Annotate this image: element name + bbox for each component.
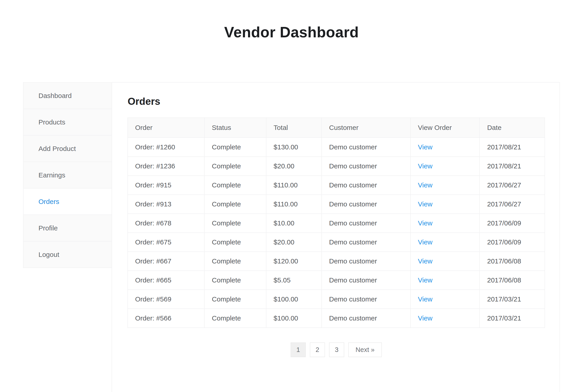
pagination-page-1[interactable]: 1: [290, 342, 306, 357]
total-cell: $20.00: [266, 156, 322, 176]
date-cell: 2017/06/09: [480, 214, 545, 233]
view-order-link[interactable]: View: [418, 314, 432, 322]
view-order-link[interactable]: View: [418, 200, 432, 208]
sidebar-item-earnings[interactable]: Earnings: [23, 162, 112, 188]
status-cell: Complete: [204, 214, 266, 233]
customer-cell: Demo customer: [322, 252, 410, 271]
pagination-next-button[interactable]: Next »: [348, 342, 382, 357]
status-cell: Complete: [204, 176, 266, 195]
order-cell: Order: #665: [128, 271, 204, 290]
view-order-link[interactable]: View: [418, 295, 432, 303]
view-order-cell: View: [410, 233, 480, 252]
column-header-total: Total: [266, 118, 322, 138]
sidebar-item-label: Dashboard: [38, 92, 72, 100]
view-order-cell: View: [410, 195, 480, 214]
view-order-link[interactable]: View: [418, 181, 432, 189]
total-cell: $130.00: [266, 138, 322, 156]
page-title: Vendor Dashboard: [0, 24, 583, 41]
column-header-customer: Customer: [322, 118, 410, 138]
customer-cell: Demo customer: [322, 309, 410, 328]
table-row: Order: #913Complete$110.00Demo customerV…: [128, 195, 545, 214]
view-order-link[interactable]: View: [418, 238, 432, 246]
total-cell: $100.00: [266, 309, 322, 328]
sidebar-item-label: Orders: [38, 198, 59, 206]
date-cell: 2017/06/27: [480, 195, 545, 214]
column-header-date: Date: [480, 118, 545, 138]
total-cell: $100.00: [266, 290, 322, 309]
view-order-link[interactable]: View: [418, 276, 432, 284]
date-cell: 2017/03/21: [480, 309, 545, 328]
orders-panel: Orders OrderStatusTotalCustomerView Orde…: [128, 96, 545, 357]
order-cell: Order: #675: [128, 233, 204, 252]
sidebar-item-orders[interactable]: Orders: [23, 188, 112, 215]
status-cell: Complete: [204, 271, 266, 290]
table-row: Order: #675Complete$20.00Demo customerVi…: [128, 233, 545, 252]
view-order-cell: View: [410, 176, 480, 195]
order-cell: Order: #1236: [128, 156, 204, 176]
sidebar-item-logout[interactable]: Logout: [23, 242, 112, 268]
view-order-link[interactable]: View: [418, 162, 432, 170]
order-cell: Order: #667: [128, 252, 204, 271]
view-order-cell: View: [410, 271, 480, 290]
pagination-page-3[interactable]: 3: [329, 342, 344, 357]
view-order-link[interactable]: View: [418, 257, 432, 265]
view-order-cell: View: [410, 309, 480, 328]
sidebar-item-profile[interactable]: Profile: [23, 215, 112, 242]
orders-heading: Orders: [128, 96, 545, 107]
table-row: Order: #915Complete$110.00Demo customerV…: [128, 176, 545, 195]
order-cell: Order: #566: [128, 309, 204, 328]
table-row: Order: #667Complete$120.00Demo customerV…: [128, 252, 545, 271]
orders-table: OrderStatusTotalCustomerView OrderDate O…: [128, 118, 545, 328]
order-cell: Order: #915: [128, 176, 204, 195]
status-cell: Complete: [204, 138, 266, 156]
table-row: Order: #1260Complete$130.00Demo customer…: [128, 138, 545, 156]
status-cell: Complete: [204, 233, 266, 252]
total-cell: $20.00: [266, 233, 322, 252]
view-order-link[interactable]: View: [418, 143, 432, 151]
order-cell: Order: #678: [128, 214, 204, 233]
sidebar-item-dashboard[interactable]: Dashboard: [23, 82, 112, 109]
date-cell: 2017/06/27: [480, 176, 545, 195]
status-cell: Complete: [204, 156, 266, 176]
column-header-view-order: View Order: [410, 118, 480, 138]
sidebar-item-label: Add Product: [38, 145, 76, 152]
view-order-cell: View: [410, 214, 480, 233]
sidebar-item-label: Earnings: [38, 171, 65, 179]
table-row: Order: #1236Complete$20.00Demo customerV…: [128, 156, 545, 176]
view-order-link[interactable]: View: [418, 219, 432, 227]
status-cell: Complete: [204, 309, 266, 328]
column-header-order: Order: [128, 118, 204, 138]
date-cell: 2017/08/21: [480, 138, 545, 156]
table-row: Order: #665Complete$5.05Demo customerVie…: [128, 271, 545, 290]
sidebar-item-label: Logout: [38, 251, 59, 258]
customer-cell: Demo customer: [322, 214, 410, 233]
total-cell: $120.00: [266, 252, 322, 271]
sidebar-item-add-product[interactable]: Add Product: [23, 136, 112, 162]
customer-cell: Demo customer: [322, 195, 410, 214]
table-row: Order: #566Complete$100.00Demo customerV…: [128, 309, 545, 328]
status-cell: Complete: [204, 290, 266, 309]
customer-cell: Demo customer: [322, 138, 410, 156]
customer-cell: Demo customer: [322, 156, 410, 176]
view-order-cell: View: [410, 252, 480, 271]
table-row: Order: #678Complete$10.00Demo customerVi…: [128, 214, 545, 233]
date-cell: 2017/06/08: [480, 252, 545, 271]
view-order-cell: View: [410, 290, 480, 309]
table-row: Order: #569Complete$100.00Demo customerV…: [128, 290, 545, 309]
customer-cell: Demo customer: [322, 176, 410, 195]
sidebar-item-label: Products: [38, 118, 65, 126]
date-cell: 2017/08/21: [480, 156, 545, 176]
pagination: 123Next »: [128, 342, 545, 357]
status-cell: Complete: [204, 252, 266, 271]
sidebar-item-label: Profile: [38, 224, 58, 232]
customer-cell: Demo customer: [322, 290, 410, 309]
column-header-status: Status: [204, 118, 266, 138]
table-header-row: OrderStatusTotalCustomerView OrderDate: [128, 118, 545, 138]
sidebar-item-products[interactable]: Products: [23, 109, 112, 136]
total-cell: $10.00: [266, 214, 322, 233]
order-cell: Order: #569: [128, 290, 204, 309]
order-cell: Order: #913: [128, 195, 204, 214]
pagination-page-2[interactable]: 2: [310, 342, 325, 357]
date-cell: 2017/06/09: [480, 233, 545, 252]
view-order-cell: View: [410, 156, 480, 176]
